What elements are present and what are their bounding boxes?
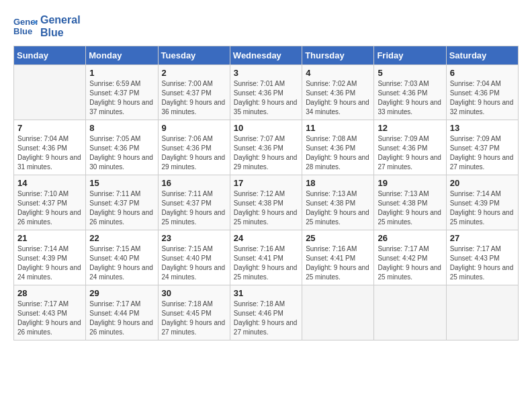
calendar-cell: 27Sunrise: 7:17 AMSunset: 4:43 PMDayligh… <box>446 230 518 285</box>
day-number: 9 <box>162 123 226 133</box>
calendar-cell: 12Sunrise: 7:09 AMSunset: 4:36 PMDayligh… <box>374 120 446 175</box>
day-number: 16 <box>162 178 226 188</box>
day-info: Sunrise: 7:05 AMSunset: 4:36 PMDaylight:… <box>89 134 154 172</box>
weekday-header-saturday: Saturday <box>446 46 518 65</box>
day-number: 26 <box>378 233 442 243</box>
day-number: 5 <box>378 68 442 78</box>
calendar-cell: 14Sunrise: 7:10 AMSunset: 4:37 PMDayligh… <box>14 175 86 230</box>
logo-icon: General Blue <box>13 14 38 38</box>
calendar-cell: 10Sunrise: 7:07 AMSunset: 4:36 PMDayligh… <box>230 120 302 175</box>
calendar-cell <box>374 285 446 340</box>
day-number: 24 <box>234 233 298 243</box>
day-number: 28 <box>17 288 82 298</box>
calendar-cell: 6Sunrise: 7:04 AMSunset: 4:36 PMDaylight… <box>446 65 518 120</box>
day-number: 12 <box>378 123 442 133</box>
calendar-week-4: 21Sunrise: 7:14 AMSunset: 4:39 PMDayligh… <box>14 230 519 285</box>
day-number: 19 <box>378 178 442 188</box>
calendar-cell: 7Sunrise: 7:04 AMSunset: 4:36 PMDaylight… <box>14 120 86 175</box>
day-info: Sunrise: 7:18 AMSunset: 4:45 PMDaylight:… <box>162 300 226 337</box>
day-number: 10 <box>234 123 298 133</box>
calendar-week-1: 1Sunrise: 6:59 AMSunset: 4:37 PMDaylight… <box>14 65 519 120</box>
day-info: Sunrise: 7:11 AMSunset: 4:37 PMDaylight:… <box>162 189 226 227</box>
day-info: Sunrise: 7:13 AMSunset: 4:38 PMDaylight:… <box>378 189 442 227</box>
day-info: Sunrise: 7:18 AMSunset: 4:46 PMDaylight:… <box>234 300 298 337</box>
logo-text: General Blue <box>40 13 81 39</box>
day-number: 2 <box>162 68 226 78</box>
day-info: Sunrise: 7:14 AMSunset: 4:39 PMDaylight:… <box>17 244 82 282</box>
calendar-cell: 23Sunrise: 7:15 AMSunset: 4:40 PMDayligh… <box>158 230 230 285</box>
calendar-cell: 28Sunrise: 7:17 AMSunset: 4:43 PMDayligh… <box>14 285 86 340</box>
day-number: 6 <box>450 68 515 78</box>
calendar-body: 1Sunrise: 6:59 AMSunset: 4:37 PMDaylight… <box>14 65 519 340</box>
weekday-header-tuesday: Tuesday <box>158 46 230 65</box>
day-number: 15 <box>89 178 154 188</box>
day-number: 18 <box>306 178 370 188</box>
day-info: Sunrise: 7:09 AMSunset: 4:37 PMDaylight:… <box>450 134 515 172</box>
day-info: Sunrise: 7:16 AMSunset: 4:41 PMDaylight:… <box>306 244 370 282</box>
calendar-cell: 17Sunrise: 7:12 AMSunset: 4:38 PMDayligh… <box>230 175 302 230</box>
day-info: Sunrise: 7:17 AMSunset: 4:44 PMDaylight:… <box>89 300 154 337</box>
day-number: 20 <box>450 178 515 188</box>
weekday-header-thursday: Thursday <box>302 46 374 65</box>
calendar-cell: 16Sunrise: 7:11 AMSunset: 4:37 PMDayligh… <box>158 175 230 230</box>
weekday-header-monday: Monday <box>86 46 158 65</box>
calendar-week-3: 14Sunrise: 7:10 AMSunset: 4:37 PMDayligh… <box>14 175 519 230</box>
day-number: 30 <box>162 288 226 298</box>
calendar-header: SundayMondayTuesdayWednesdayThursdayFrid… <box>14 46 519 65</box>
day-number: 4 <box>306 68 370 78</box>
calendar-cell: 29Sunrise: 7:17 AMSunset: 4:44 PMDayligh… <box>86 285 158 340</box>
calendar-cell <box>446 285 518 340</box>
calendar-cell: 15Sunrise: 7:11 AMSunset: 4:37 PMDayligh… <box>86 175 158 230</box>
day-info: Sunrise: 7:01 AMSunset: 4:36 PMDaylight:… <box>234 79 298 117</box>
day-info: Sunrise: 7:12 AMSunset: 4:38 PMDaylight:… <box>234 189 298 227</box>
calendar-cell: 9Sunrise: 7:06 AMSunset: 4:36 PMDaylight… <box>158 120 230 175</box>
day-info: Sunrise: 7:17 AMSunset: 4:43 PMDaylight:… <box>17 300 82 337</box>
calendar-cell: 11Sunrise: 7:08 AMSunset: 4:36 PMDayligh… <box>302 120 374 175</box>
calendar-cell: 18Sunrise: 7:13 AMSunset: 4:38 PMDayligh… <box>302 175 374 230</box>
calendar-cell: 26Sunrise: 7:17 AMSunset: 4:42 PMDayligh… <box>374 230 446 285</box>
day-number: 29 <box>89 288 154 298</box>
calendar-cell: 21Sunrise: 7:14 AMSunset: 4:39 PMDayligh… <box>14 230 86 285</box>
svg-text:Blue: Blue <box>13 26 32 36</box>
day-info: Sunrise: 7:14 AMSunset: 4:39 PMDaylight:… <box>450 189 515 227</box>
calendar-cell: 2Sunrise: 7:00 AMSunset: 4:37 PMDaylight… <box>158 65 230 120</box>
calendar-cell: 19Sunrise: 7:13 AMSunset: 4:38 PMDayligh… <box>374 175 446 230</box>
day-number: 23 <box>162 233 226 243</box>
calendar-cell <box>302 285 374 340</box>
day-info: Sunrise: 7:10 AMSunset: 4:37 PMDaylight:… <box>17 189 82 227</box>
day-number: 25 <box>306 233 370 243</box>
calendar-cell: 30Sunrise: 7:18 AMSunset: 4:45 PMDayligh… <box>158 285 230 340</box>
day-number: 31 <box>234 288 298 298</box>
weekday-header-sunday: Sunday <box>14 46 86 65</box>
day-info: Sunrise: 7:03 AMSunset: 4:36 PMDaylight:… <box>378 79 442 117</box>
day-info: Sunrise: 7:15 AMSunset: 4:40 PMDaylight:… <box>162 244 226 282</box>
calendar-week-2: 7Sunrise: 7:04 AMSunset: 4:36 PMDaylight… <box>14 120 519 175</box>
calendar-cell: 3Sunrise: 7:01 AMSunset: 4:36 PMDaylight… <box>230 65 302 120</box>
calendar-cell: 25Sunrise: 7:16 AMSunset: 4:41 PMDayligh… <box>302 230 374 285</box>
day-number: 14 <box>17 178 82 188</box>
day-info: Sunrise: 7:15 AMSunset: 4:40 PMDaylight:… <box>89 244 154 282</box>
day-info: Sunrise: 6:59 AMSunset: 4:37 PMDaylight:… <box>89 79 154 117</box>
weekday-header-friday: Friday <box>374 46 446 65</box>
calendar-cell <box>14 65 86 120</box>
header: General Blue General Blue <box>13 13 519 39</box>
day-number: 11 <box>306 123 370 133</box>
day-number: 21 <box>17 233 82 243</box>
calendar-cell: 1Sunrise: 6:59 AMSunset: 4:37 PMDaylight… <box>86 65 158 120</box>
calendar-cell: 13Sunrise: 7:09 AMSunset: 4:37 PMDayligh… <box>446 120 518 175</box>
day-number: 8 <box>89 123 154 133</box>
day-number: 22 <box>89 233 154 243</box>
calendar-cell: 4Sunrise: 7:02 AMSunset: 4:36 PMDaylight… <box>302 65 374 120</box>
weekday-row: SundayMondayTuesdayWednesdayThursdayFrid… <box>14 46 519 65</box>
day-info: Sunrise: 7:17 AMSunset: 4:43 PMDaylight:… <box>450 244 515 282</box>
day-info: Sunrise: 7:13 AMSunset: 4:38 PMDaylight:… <box>306 189 370 227</box>
day-number: 27 <box>450 233 515 243</box>
day-info: Sunrise: 7:09 AMSunset: 4:36 PMDaylight:… <box>378 134 442 172</box>
day-info: Sunrise: 7:02 AMSunset: 4:36 PMDaylight:… <box>306 79 370 117</box>
day-info: Sunrise: 7:16 AMSunset: 4:41 PMDaylight:… <box>234 244 298 282</box>
day-info: Sunrise: 7:06 AMSunset: 4:36 PMDaylight:… <box>162 134 226 172</box>
calendar-cell: 31Sunrise: 7:18 AMSunset: 4:46 PMDayligh… <box>230 285 302 340</box>
calendar-cell: 24Sunrise: 7:16 AMSunset: 4:41 PMDayligh… <box>230 230 302 285</box>
calendar-cell: 5Sunrise: 7:03 AMSunset: 4:36 PMDaylight… <box>374 65 446 120</box>
day-info: Sunrise: 7:04 AMSunset: 4:36 PMDaylight:… <box>450 79 515 117</box>
